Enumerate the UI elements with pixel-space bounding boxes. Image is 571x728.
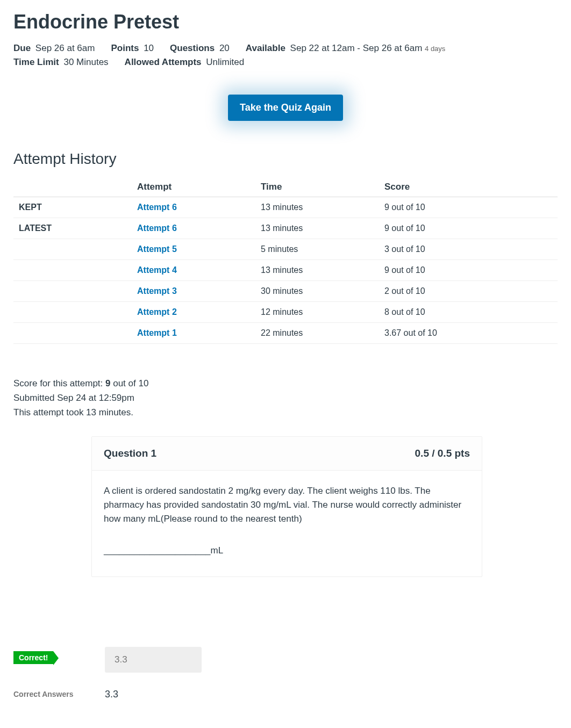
duration-line: This attempt took 13 minutes. (13, 405, 558, 420)
page-title: Endocrine Pretest (13, 11, 558, 33)
attempt-link[interactable]: Attempt 3 (137, 286, 177, 295)
take-quiz-button[interactable]: Take the Quiz Again (228, 95, 343, 121)
table-row: Attempt 4 13 minutes 9 out of 10 (13, 260, 558, 281)
header-score: Score (379, 177, 558, 197)
score-cell: 9 out of 10 (379, 197, 558, 218)
score-cell: 2 out of 10 (379, 281, 558, 302)
score-summary: Score for this attempt: 9 out of 10 Subm… (13, 376, 558, 420)
header-time: Time (255, 177, 379, 197)
meta-points: Points 10 (111, 43, 154, 54)
table-row: Attempt 3 30 minutes 2 out of 10 (13, 281, 558, 302)
meta-row-1: Due Sep 26 at 6am Points 10 Questions 20… (13, 43, 558, 54)
meta-row-2: Time Limit 30 Minutes Allowed Attempts U… (13, 57, 558, 68)
submitted-line: Submitted Sep 24 at 12:59pm (13, 391, 558, 405)
meta-time-limit-label: Time Limit (13, 57, 59, 67)
meta-available-label: Available (246, 43, 286, 53)
meta-questions: Questions 20 (170, 43, 230, 54)
meta-available: Available Sep 22 at 12am - Sep 26 at 6am… (246, 43, 446, 54)
question-block: Question 1 0.5 / 0.5 pts A client is ord… (91, 436, 482, 577)
score-cell: 9 out of 10 (379, 218, 558, 239)
time-cell: 13 minutes (255, 197, 379, 218)
correct-answers-row: Correct Answers 3.3 (13, 689, 558, 700)
table-row: KEPT Attempt 6 13 minutes 9 out of 10 (13, 197, 558, 218)
header-attempt: Attempt (132, 177, 255, 197)
meta-due-label: Due (13, 43, 31, 53)
user-answer-box: 3.3 (105, 647, 202, 673)
score-cell: 3 out of 10 (379, 239, 558, 260)
meta-due: Due Sep 26 at 6am (13, 43, 95, 54)
attempt-history-heading: Attempt History (13, 150, 558, 168)
score-prefix: Score for this attempt: (13, 378, 105, 388)
meta-allowed-attempts: Allowed Attempts Unlimited (125, 57, 245, 68)
time-cell: 22 minutes (255, 323, 379, 344)
status-cell (13, 323, 132, 344)
score-cell: 9 out of 10 (379, 260, 558, 281)
attempt-link[interactable]: Attempt 1 (137, 328, 177, 337)
question-label: Question 1 (104, 448, 156, 459)
meta-points-label: Points (111, 43, 139, 53)
time-cell: 13 minutes (255, 218, 379, 239)
time-cell: 13 minutes (255, 260, 379, 281)
table-header-row: Attempt Time Score (13, 177, 558, 197)
score-suffix: out of 10 (110, 378, 148, 388)
status-cell (13, 239, 132, 260)
attempt-link[interactable]: Attempt 2 (137, 307, 177, 316)
correct-answers-label: Correct Answers (13, 690, 105, 698)
meta-points-value: 10 (144, 43, 154, 53)
time-cell: 30 minutes (255, 281, 379, 302)
attempt-link[interactable]: Attempt 4 (137, 265, 177, 275)
meta-available-value: Sep 22 at 12am - Sep 26 at 6am (290, 43, 423, 53)
question-body: A client is ordered sandostatin 2 mg/kg … (92, 471, 482, 576)
correct-answers-value: 3.3 (105, 689, 118, 700)
attempt-link[interactable]: Attempt 5 (137, 244, 177, 254)
meta-allowed-attempts-value: Unlimited (206, 57, 244, 67)
status-cell: LATEST (13, 218, 132, 239)
score-cell: 3.67 out of 10 (379, 323, 558, 344)
status-cell (13, 260, 132, 281)
meta-available-duration: 4 days (425, 45, 445, 53)
meta-questions-value: 20 (219, 43, 230, 53)
question-header: Question 1 0.5 / 0.5 pts (92, 437, 482, 471)
attempt-link[interactable]: Attempt 6 (137, 224, 177, 233)
attempt-link[interactable]: Attempt 6 (137, 203, 177, 212)
table-row: LATEST Attempt 6 13 minutes 9 out of 10 (13, 218, 558, 239)
status-cell (13, 281, 132, 302)
meta-due-value: Sep 26 at 6am (35, 43, 95, 53)
meta-time-limit-value: 30 Minutes (63, 57, 108, 67)
time-cell: 12 minutes (255, 302, 379, 323)
table-row: Attempt 5 5 minutes 3 out of 10 (13, 239, 558, 260)
question-blank: _____________________mL (104, 544, 470, 558)
score-cell: 8 out of 10 (379, 302, 558, 323)
meta-allowed-attempts-label: Allowed Attempts (125, 57, 202, 67)
table-row: Attempt 2 12 minutes 8 out of 10 (13, 302, 558, 323)
correct-badge: Correct! (13, 651, 53, 664)
question-points: 0.5 / 0.5 pts (415, 448, 470, 459)
meta-time-limit: Time Limit 30 Minutes (13, 57, 109, 68)
time-cell: 5 minutes (255, 239, 379, 260)
answer-section: Correct! 3.3 Correct Answers 3.3 (13, 647, 558, 700)
attempt-history-table: Attempt Time Score KEPT Attempt 6 13 min… (13, 177, 558, 344)
meta-questions-label: Questions (170, 43, 215, 53)
table-row: Attempt 1 22 minutes 3.67 out of 10 (13, 323, 558, 344)
status-cell (13, 302, 132, 323)
status-cell: KEPT (13, 197, 132, 218)
question-text: A client is ordered sandostatin 2 mg/kg … (104, 484, 470, 527)
header-status (13, 177, 132, 197)
